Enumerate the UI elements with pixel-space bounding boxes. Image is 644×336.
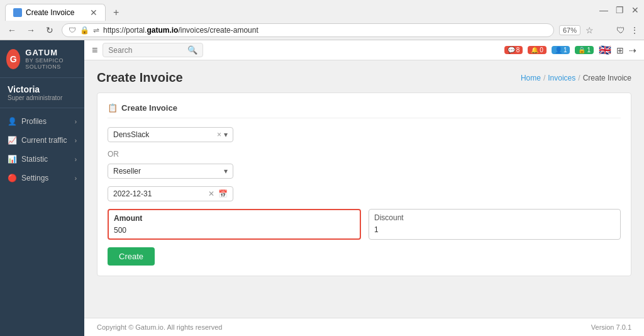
back-btn[interactable]: ← xyxy=(5,23,19,37)
amount-label: Amount xyxy=(114,214,355,223)
calendar-icon[interactable]: 📅 xyxy=(218,189,228,198)
zoom-level[interactable]: 67% xyxy=(559,25,580,35)
settings-icon: 🔴 xyxy=(8,174,16,182)
sidebar-item-traffic[interactable]: 📈 Current traffic › xyxy=(0,131,84,150)
breadcrumb-home[interactable]: Home xyxy=(521,74,541,82)
notification-badge[interactable]: 🔔 0 xyxy=(528,46,547,54)
chevron-icon: › xyxy=(75,156,77,163)
card-header-title: Create Invoice xyxy=(121,103,177,113)
create-invoice-card: 📋 Create Invoice DensSlack × ▾ OR Resell… xyxy=(97,92,631,276)
topbar-menu-icon[interactable]: ⇢ xyxy=(629,45,636,55)
url-display: https://portal.gatum.io/invoices/create-… xyxy=(103,26,547,35)
sidebar-item-statistic[interactable]: 📊 Statistic › xyxy=(0,150,84,169)
page-title: Create Invoice xyxy=(97,70,183,85)
search-input[interactable] xyxy=(108,46,184,55)
footer: Copyright © Gatum.io. All rights reserve… xyxy=(84,318,644,336)
forward-btn[interactable]: → xyxy=(24,23,38,37)
or-divider: OR xyxy=(108,150,621,159)
chat-count: 8 xyxy=(516,47,520,53)
reload-btn[interactable]: ↻ xyxy=(43,23,57,37)
profile-dropdown-icon[interactable]: ▾ xyxy=(224,130,228,139)
profile-form-group: DensSlack × ▾ xyxy=(108,127,621,142)
share-icon: ⇌ xyxy=(93,26,99,35)
user-icon: 👤 xyxy=(555,47,562,53)
lock-badge[interactable]: 🔒 1 xyxy=(575,46,594,54)
date-form-group: 2022-12-31 ✕ 📅 xyxy=(108,186,621,201)
sidebar-item-settings[interactable]: 🔴 Settings › xyxy=(0,169,84,188)
lock-icon: 🔒 xyxy=(578,47,586,53)
breadcrumb-current: Create Invoice xyxy=(583,74,631,82)
bell-icon: 🔔 xyxy=(531,47,538,53)
chevron-icon: › xyxy=(75,175,77,182)
language-flag[interactable]: 🇬🇧 xyxy=(599,44,611,56)
discount-input[interactable] xyxy=(374,225,615,234)
sidebar-user: Victoria Super administrator xyxy=(0,78,84,108)
user-count: 1 xyxy=(564,47,567,53)
search-icon: 🔍 xyxy=(187,45,197,55)
traffic-icon: 📈 xyxy=(8,136,16,145)
notification-count: 0 xyxy=(540,47,543,53)
hamburger-btn[interactable]: ≡ xyxy=(92,45,97,56)
logo-sub: BY SEMPICO SOLUTIONS xyxy=(25,57,78,70)
window-close-btn[interactable]: ✕ xyxy=(631,5,639,15)
lock-icon: 🔒 xyxy=(80,26,89,35)
sidebar-item-profiles[interactable]: 👤 Profiles › xyxy=(0,112,84,131)
card-header-icon: 📋 xyxy=(108,103,118,113)
extensions-icon[interactable]: 🛡 xyxy=(616,25,625,35)
bookmark-icon[interactable]: ☆ xyxy=(586,25,594,35)
profile-select[interactable]: DensSlack × ▾ xyxy=(108,127,233,142)
discount-field-box: Discount xyxy=(369,209,621,240)
copyright-text: Copyright © Gatum.io. All rights reserve… xyxy=(97,323,222,331)
active-tab[interactable]: Create Invoice ✕ xyxy=(5,4,106,21)
fields-row: Amount Discount xyxy=(108,209,621,240)
lock-count: 1 xyxy=(587,47,591,53)
sidebar-nav: 👤 Profiles › 📈 Current traffic › 📊 Stati… xyxy=(0,108,84,336)
tab-title: Create Invoice xyxy=(26,8,74,17)
profile-clear-btn[interactable]: × xyxy=(217,130,221,139)
sidebar-username: Victoria xyxy=(8,84,77,94)
reseller-placeholder: Reseller xyxy=(113,167,224,176)
sidebar-role: Super administrator xyxy=(8,94,77,101)
amount-field-box: Amount xyxy=(108,209,361,240)
date-clear-btn[interactable]: ✕ xyxy=(208,189,214,198)
sidebar-item-label: Statistic xyxy=(21,155,48,164)
date-value: 2022-12-31 xyxy=(113,189,204,198)
create-btn[interactable]: Create xyxy=(108,247,155,266)
menu-icon[interactable]: ⋮ xyxy=(630,25,639,35)
user-badge[interactable]: 👤 1 xyxy=(552,46,570,54)
window-minimize-btn[interactable]: — xyxy=(599,5,608,15)
reseller-dropdown-icon[interactable]: ▾ xyxy=(224,167,228,176)
card-header: 📋 Create Invoice xyxy=(108,103,621,118)
topbar: ≡ 🔍 💬 8 🔔 0 👤 1 🔒 xyxy=(84,40,644,60)
sidebar-logo: G GATUM BY SEMPICO SOLUTIONS xyxy=(0,40,84,78)
profile-value: DensSlack xyxy=(113,130,217,139)
logo-name: GATUM xyxy=(25,48,78,57)
date-picker[interactable]: 2022-12-31 ✕ 📅 xyxy=(108,186,233,201)
security-icon: 🛡 xyxy=(69,26,76,35)
sidebar-item-label: Profiles xyxy=(21,117,47,126)
reseller-select[interactable]: Reseller ▾ xyxy=(108,164,233,179)
amount-input[interactable] xyxy=(114,226,355,235)
breadcrumb-sep1: / xyxy=(543,74,545,82)
main-content: Create Invoice Home / Invoices / Create … xyxy=(84,60,644,318)
discount-label: Discount xyxy=(374,213,615,222)
breadcrumb: Home / Invoices / Create Invoice xyxy=(521,74,631,82)
reseller-form-group: Reseller ▾ xyxy=(108,164,621,179)
address-bar[interactable]: 🛡 🔒 ⇌ https://portal.gatum.io/invoices/c… xyxy=(62,23,554,37)
sidebar: G GATUM BY SEMPICO SOLUTIONS Victoria Su… xyxy=(0,40,84,336)
window-maximize-btn[interactable]: ❐ xyxy=(616,5,624,15)
sidebar-item-label: Settings xyxy=(21,174,48,182)
chevron-icon: › xyxy=(75,118,77,125)
logo-icon: G xyxy=(6,49,20,69)
grid-icon[interactable]: ⊞ xyxy=(616,45,624,55)
chat-badge[interactable]: 💬 8 xyxy=(504,46,523,54)
breadcrumb-invoices[interactable]: Invoices xyxy=(548,74,575,82)
sidebar-item-label: Current traffic xyxy=(21,136,67,145)
profiles-icon: 👤 xyxy=(8,117,16,126)
search-box[interactable]: 🔍 xyxy=(103,43,203,57)
version-text: Version 7.0.1 xyxy=(591,323,631,331)
chevron-icon: › xyxy=(75,137,77,144)
tab-close-btn[interactable]: ✕ xyxy=(90,8,97,18)
new-tab-btn[interactable]: + xyxy=(108,4,124,21)
tab-favicon xyxy=(13,8,22,17)
